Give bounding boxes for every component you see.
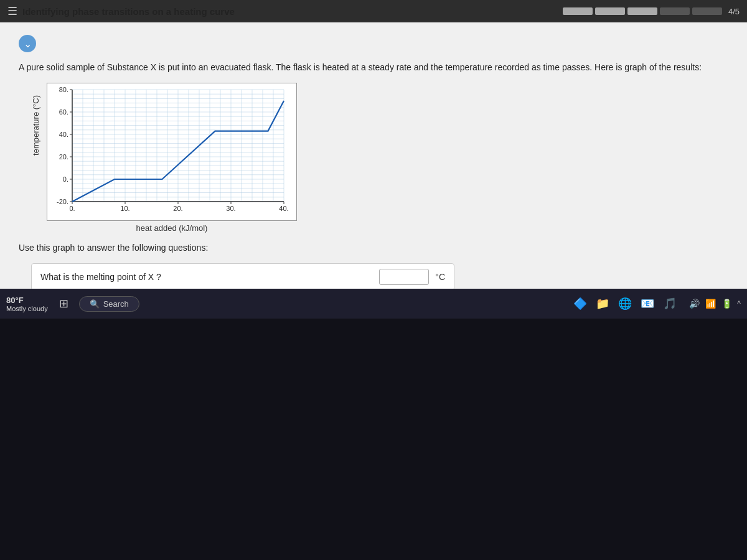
question-area: What is the melting point of X ? °C (che… [31, 263, 728, 289]
taskbar: 80°F Mostly cloudy ⊞ 🔍 Search 🔷 📁 🌐 📧 🎵 … [0, 289, 747, 319]
unit-label: °C [435, 272, 445, 282]
weather-condition: Mostly cloudy [6, 305, 48, 312]
taskbar-browser-icon[interactable]: 🌐 [616, 297, 634, 310]
taskbar-clock: ^ [737, 299, 741, 308]
chevron-down-button[interactable]: ⌄ [19, 35, 36, 52]
network-icon[interactable]: 📶 [703, 299, 717, 309]
progress-seg-4 [660, 7, 690, 15]
progress-label: 4/5 [728, 7, 740, 16]
main-content: ⌄ A pure solid sample of Substance X is … [0, 22, 747, 289]
question-row: What is the melting point of X ? °C [31, 263, 454, 289]
taskbar-sys-icons: 🔊 📶 🔋 [687, 299, 733, 309]
heating-curve-chart [47, 83, 297, 221]
volume-icon[interactable]: 🔊 [687, 299, 701, 309]
answer-input[interactable] [379, 269, 429, 285]
x-axis-label: heat added (kJ/mol) [136, 223, 208, 233]
chart-container: temperature (°C) heat added (kJ/mol) [31, 83, 728, 233]
battery-icon[interactable]: 🔋 [720, 299, 733, 309]
taskbar-spotify-icon[interactable]: 🎵 [661, 297, 679, 310]
desktop-space [0, 319, 747, 560]
search-label: Search [103, 299, 129, 309]
temperature-display: 80°F [6, 296, 24, 305]
taskbar-app-icons: 🔷 📁 🌐 📧 🎵 [571, 297, 679, 310]
taskbar-folder-icon[interactable]: 📁 [594, 297, 611, 310]
top-bar: ☰ Identifying phase transitions on a hea… [0, 0, 747, 22]
y-axis-label: temperature (°C) [31, 95, 40, 156]
taskbar-weather: 80°F Mostly cloudy [6, 296, 48, 312]
taskbar-edge-icon[interactable]: 🔷 [571, 297, 589, 310]
question-label: What is the melting point of X ? [40, 272, 373, 282]
taskbar-search-box[interactable]: 🔍 Search [79, 296, 139, 312]
problem-text: A pure solid sample of Substance X is pu… [19, 61, 703, 74]
use-graph-text: Use this graph to answer the following q… [19, 241, 703, 254]
section-header: ⌄ [19, 35, 728, 52]
hamburger-icon[interactable]: ☰ [7, 4, 17, 18]
chevron-up-icon[interactable]: ^ [737, 299, 741, 308]
progress-seg-5 [692, 7, 722, 15]
progress-area: 4/5 [563, 7, 740, 16]
progress-seg-1 [563, 7, 593, 15]
progress-seg-2 [595, 7, 625, 15]
taskbar-mail-icon[interactable]: 📧 [639, 297, 656, 310]
progress-seg-3 [627, 7, 657, 15]
windows-start-icon[interactable]: ⊞ [55, 297, 73, 310]
search-magnifier-icon: 🔍 [90, 299, 100, 309]
lesson-title: Identifying phase transitions on a heati… [22, 6, 235, 17]
chart-wrap: heat added (kJ/mol) [47, 83, 297, 233]
